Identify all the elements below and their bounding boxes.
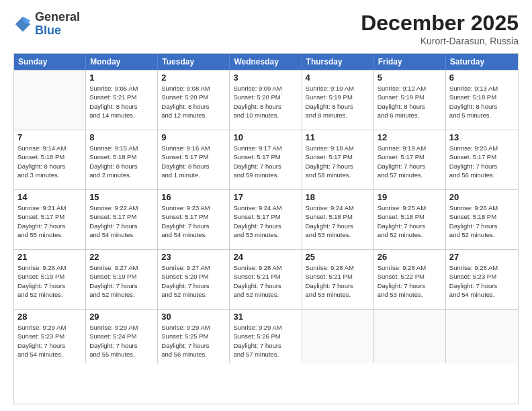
- day-number: 31: [233, 312, 298, 322]
- calendar-cell: [374, 310, 446, 363]
- day-number: 30: [161, 312, 226, 322]
- calendar-row: 14Sunrise: 9:21 AM Sunset: 5:17 PM Dayli…: [14, 189, 518, 249]
- day-info: Sunrise: 9:12 AM Sunset: 5:19 PM Dayligh…: [378, 84, 442, 120]
- day-number: 11: [306, 132, 370, 142]
- day-number: 2: [161, 73, 226, 83]
- calendar-cell: 6Sunrise: 9:13 AM Sunset: 5:18 PM Daylig…: [446, 71, 518, 130]
- calendar-cell: 25Sunrise: 9:28 AM Sunset: 5:21 PM Dayli…: [302, 250, 374, 309]
- calendar-cell: 4Sunrise: 9:10 AM Sunset: 5:19 PM Daylig…: [302, 71, 374, 130]
- day-number: 17: [233, 192, 298, 202]
- calendar-cell: 22Sunrise: 9:27 AM Sunset: 5:19 PM Dayli…: [86, 250, 158, 309]
- day-number: 8: [89, 132, 154, 142]
- day-info: Sunrise: 9:18 AM Sunset: 5:17 PM Dayligh…: [306, 144, 370, 179]
- calendar-cell: 5Sunrise: 9:12 AM Sunset: 5:19 PM Daylig…: [374, 71, 446, 130]
- day-info: Sunrise: 9:17 AM Sunset: 5:17 PM Dayligh…: [233, 144, 298, 179]
- logo: General Blue: [13, 11, 80, 38]
- logo-text: General Blue: [35, 11, 80, 38]
- day-info: Sunrise: 9:24 AM Sunset: 5:18 PM Dayligh…: [306, 203, 370, 239]
- calendar-cell: [302, 310, 374, 363]
- day-info: Sunrise: 9:29 AM Sunset: 5:25 PM Dayligh…: [161, 323, 226, 359]
- day-number: 1: [89, 73, 154, 83]
- calendar-cell: 24Sunrise: 9:28 AM Sunset: 5:21 PM Dayli…: [230, 250, 302, 309]
- calendar-cell: 19Sunrise: 9:25 AM Sunset: 5:18 PM Dayli…: [374, 190, 446, 249]
- day-info: Sunrise: 9:27 AM Sunset: 5:20 PM Dayligh…: [161, 263, 226, 299]
- page: General Blue December 2025 Kurort-Darasu…: [0, 0, 532, 411]
- day-info: Sunrise: 9:08 AM Sunset: 5:20 PM Dayligh…: [161, 84, 226, 120]
- calendar-cell: [446, 310, 518, 363]
- calendar-cell: 27Sunrise: 9:28 AM Sunset: 5:23 PM Dayli…: [446, 250, 518, 309]
- calendar-row: 28Sunrise: 9:29 AM Sunset: 5:23 PM Dayli…: [14, 309, 518, 363]
- day-number: 3: [233, 73, 298, 83]
- day-info: Sunrise: 9:25 AM Sunset: 5:18 PM Dayligh…: [378, 203, 442, 239]
- day-number: 15: [89, 192, 154, 202]
- day-info: Sunrise: 9:09 AM Sunset: 5:20 PM Dayligh…: [233, 84, 298, 120]
- day-number: 5: [378, 73, 442, 83]
- day-info: Sunrise: 9:20 AM Sunset: 5:17 PM Dayligh…: [449, 144, 515, 179]
- day-info: Sunrise: 9:26 AM Sunset: 5:19 PM Dayligh…: [17, 263, 82, 299]
- day-info: Sunrise: 9:28 AM Sunset: 5:22 PM Dayligh…: [378, 263, 442, 299]
- calendar-cell: 20Sunrise: 9:26 AM Sunset: 5:18 PM Dayli…: [446, 190, 518, 249]
- day-number: 21: [17, 252, 82, 262]
- day-info: Sunrise: 9:13 AM Sunset: 5:18 PM Dayligh…: [449, 84, 515, 120]
- day-number: 14: [17, 192, 82, 202]
- day-number: 13: [449, 132, 515, 142]
- day-number: 4: [306, 73, 370, 83]
- weekday-header: Thursday: [302, 54, 374, 70]
- day-number: 20: [449, 192, 515, 202]
- weekday-header: Friday: [374, 54, 446, 70]
- calendar-cell: 17Sunrise: 9:24 AM Sunset: 5:17 PM Dayli…: [230, 190, 302, 249]
- weekday-header: Monday: [86, 54, 158, 70]
- calendar-cell: [14, 71, 86, 130]
- calendar-cell: 15Sunrise: 9:22 AM Sunset: 5:17 PM Dayli…: [86, 190, 158, 249]
- weekday-header: Saturday: [446, 54, 518, 70]
- calendar-body: 1Sunrise: 9:06 AM Sunset: 5:21 PM Daylig…: [14, 70, 518, 363]
- day-number: 29: [89, 312, 154, 322]
- day-info: Sunrise: 9:29 AM Sunset: 5:24 PM Dayligh…: [89, 323, 154, 359]
- day-info: Sunrise: 9:28 AM Sunset: 5:23 PM Dayligh…: [449, 263, 515, 299]
- day-info: Sunrise: 9:19 AM Sunset: 5:17 PM Dayligh…: [378, 144, 442, 179]
- day-info: Sunrise: 9:26 AM Sunset: 5:18 PM Dayligh…: [449, 203, 515, 239]
- day-info: Sunrise: 9:10 AM Sunset: 5:19 PM Dayligh…: [306, 84, 370, 120]
- day-number: 27: [449, 252, 515, 262]
- calendar-cell: 3Sunrise: 9:09 AM Sunset: 5:20 PM Daylig…: [230, 71, 302, 130]
- day-number: 28: [17, 312, 82, 322]
- calendar-cell: 10Sunrise: 9:17 AM Sunset: 5:17 PM Dayli…: [230, 130, 302, 189]
- calendar-cell: 21Sunrise: 9:26 AM Sunset: 5:19 PM Dayli…: [14, 250, 86, 309]
- calendar-cell: 8Sunrise: 9:15 AM Sunset: 5:18 PM Daylig…: [86, 130, 158, 189]
- day-number: 7: [17, 132, 82, 142]
- logo-icon: [13, 15, 32, 34]
- weekday-header: Wednesday: [230, 54, 302, 70]
- day-number: 12: [378, 132, 442, 142]
- day-info: Sunrise: 9:06 AM Sunset: 5:21 PM Dayligh…: [89, 84, 154, 120]
- calendar-cell: 7Sunrise: 9:14 AM Sunset: 5:18 PM Daylig…: [14, 130, 86, 189]
- calendar-cell: 11Sunrise: 9:18 AM Sunset: 5:17 PM Dayli…: [302, 130, 374, 189]
- day-info: Sunrise: 9:28 AM Sunset: 5:21 PM Dayligh…: [233, 263, 298, 299]
- header: General Blue December 2025 Kurort-Darasu…: [13, 11, 519, 46]
- calendar-cell: 14Sunrise: 9:21 AM Sunset: 5:17 PM Dayli…: [14, 190, 86, 249]
- location: Kurort-Darasun, Russia: [361, 36, 519, 46]
- day-info: Sunrise: 9:28 AM Sunset: 5:21 PM Dayligh…: [306, 263, 370, 299]
- title-section: December 2025 Kurort-Darasun, Russia: [361, 11, 519, 46]
- logo-general: General: [35, 10, 80, 24]
- day-info: Sunrise: 9:16 AM Sunset: 5:17 PM Dayligh…: [161, 144, 226, 179]
- weekday-header: Sunday: [14, 54, 86, 70]
- day-info: Sunrise: 9:29 AM Sunset: 5:26 PM Dayligh…: [233, 323, 298, 359]
- day-number: 24: [233, 252, 298, 262]
- day-number: 16: [161, 192, 226, 202]
- day-number: 26: [378, 252, 442, 262]
- day-number: 10: [233, 132, 298, 142]
- day-info: Sunrise: 9:23 AM Sunset: 5:17 PM Dayligh…: [161, 203, 226, 239]
- month-year: December 2025: [361, 11, 519, 36]
- calendar-cell: 16Sunrise: 9:23 AM Sunset: 5:17 PM Dayli…: [158, 190, 230, 249]
- day-info: Sunrise: 9:14 AM Sunset: 5:18 PM Dayligh…: [17, 144, 82, 179]
- calendar-cell: 2Sunrise: 9:08 AM Sunset: 5:20 PM Daylig…: [158, 71, 230, 130]
- calendar-row: 1Sunrise: 9:06 AM Sunset: 5:21 PM Daylig…: [14, 70, 518, 130]
- calendar-cell: 28Sunrise: 9:29 AM Sunset: 5:23 PM Dayli…: [14, 310, 86, 363]
- day-number: 19: [378, 192, 442, 202]
- day-info: Sunrise: 9:22 AM Sunset: 5:17 PM Dayligh…: [89, 203, 154, 239]
- day-number: 23: [161, 252, 226, 262]
- day-info: Sunrise: 9:21 AM Sunset: 5:17 PM Dayligh…: [17, 203, 82, 239]
- day-info: Sunrise: 9:15 AM Sunset: 5:18 PM Dayligh…: [89, 144, 154, 179]
- calendar-row: 7Sunrise: 9:14 AM Sunset: 5:18 PM Daylig…: [14, 130, 518, 189]
- day-number: 18: [306, 192, 370, 202]
